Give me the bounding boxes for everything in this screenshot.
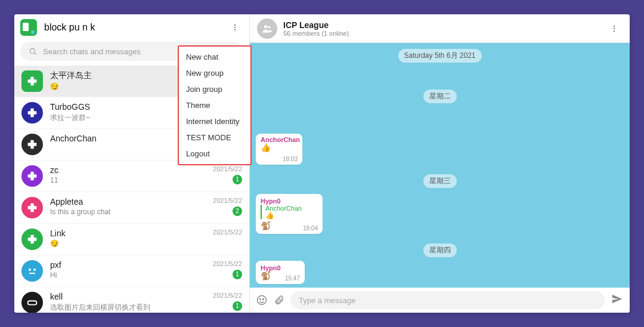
svg-point-27 <box>614 30 615 31</box>
message-body: 🐒 <box>261 271 271 280</box>
svg-point-30 <box>263 299 264 300</box>
svg-rect-14 <box>28 206 37 209</box>
chat-time: 2021/5/22 <box>213 165 242 172</box>
day-chip-2: 星期三 <box>423 174 457 188</box>
chat-avatar <box>21 292 43 313</box>
menu-item[interactable]: Join group <box>179 81 250 97</box>
chat-preview: 选取图片后来回横屏切换才看到 <box>50 303 209 313</box>
chat-list-item[interactable]: AppleteaIs this a group chat2021/5/222 <box>14 192 249 224</box>
chat-avatar <box>21 165 43 187</box>
svg-point-17 <box>29 269 31 271</box>
svg-point-18 <box>33 269 36 271</box>
chat-avatar <box>21 260 43 282</box>
svg-line-4 <box>35 53 36 55</box>
unread-badge: 1 <box>233 175 242 184</box>
message-bubble[interactable]: AnchorChan 👍 18:03 <box>256 134 302 165</box>
chat-body: AppleteaIs this a group chat <box>50 197 209 216</box>
chat-avatar <box>21 134 43 155</box>
app-logo[interactable] <box>20 19 37 36</box>
more-vertical-icon <box>231 23 239 32</box>
menu-item[interactable]: New group <box>179 65 250 81</box>
unread-badge: 1 <box>233 270 242 279</box>
chat-list-item[interactable]: Link😏2021/5/22 <box>14 224 249 255</box>
chat-list-item[interactable]: kell选取图片后来回横屏切换才看到2021/5/221 <box>14 287 249 313</box>
message-quote: AnchorChan 👍 <box>261 205 318 219</box>
paperclip-icon <box>274 295 284 306</box>
message-body: 🐒 <box>261 221 271 230</box>
chat-time: 2021/5/22 <box>213 197 242 204</box>
svg-point-26 <box>614 27 615 29</box>
sidebar-header: block pu n k <box>14 14 249 39</box>
svg-rect-8 <box>28 111 37 115</box>
chat-preview: 11 <box>50 176 209 184</box>
group-subtitle: 56 members (1 online) <box>283 30 606 37</box>
svg-rect-12 <box>28 174 37 178</box>
conversation-more-button[interactable] <box>606 20 623 37</box>
sidebar-more-button[interactable] <box>227 19 243 36</box>
chat-meta: 2021/5/222 <box>213 197 242 216</box>
message-bubble[interactable]: Hypn0 🐒 15:47 <box>256 261 305 284</box>
search-icon <box>29 47 37 55</box>
conversation-header: ICP League 56 members (1 online) <box>250 14 630 43</box>
svg-point-24 <box>268 26 270 28</box>
message-author: Hypn0 <box>261 198 318 205</box>
svg-point-25 <box>614 25 615 26</box>
chat-avatar <box>21 70 43 92</box>
unread-badge: 2 <box>233 206 242 216</box>
svg-rect-6 <box>28 79 37 83</box>
svg-point-23 <box>264 25 267 28</box>
chat-time: 2021/5/22 <box>213 292 242 299</box>
chat-name: pxf <box>50 260 209 270</box>
chat-meta: 2021/5/221 <box>213 165 242 184</box>
message-bubble[interactable]: Hypn0 AnchorChan 👍 🐒 18:04 <box>256 194 323 234</box>
chat-name: Appletea <box>50 197 209 206</box>
app-shell: block pu n k 太平洋岛主😏20TurboGGS求拉一波群~20Anc… <box>14 14 630 313</box>
app-menu: New chatNew groupJoin groupThemeInternet… <box>178 45 252 165</box>
chat-avatar <box>21 229 43 250</box>
send-button[interactable] <box>611 292 624 308</box>
menu-item[interactable]: Theme <box>179 97 250 113</box>
svg-rect-10 <box>28 143 37 146</box>
svg-point-1 <box>234 27 236 28</box>
svg-rect-20 <box>28 301 37 304</box>
unread-badge: 1 <box>233 301 242 311</box>
message-time: 18:03 <box>283 156 298 162</box>
chat-list-item[interactable]: pxfHi2021/5/221 <box>14 255 249 287</box>
message-input[interactable] <box>290 291 605 309</box>
smile-icon <box>256 294 268 306</box>
chat-time: 2021/5/22 <box>213 229 242 236</box>
more-vertical-icon <box>610 24 618 33</box>
emoji-picker-button[interactable] <box>256 294 268 306</box>
chat-name: zc <box>50 165 209 175</box>
chat-avatar <box>21 102 43 124</box>
menu-item[interactable]: Logout <box>179 146 250 162</box>
chat-name: kell <box>50 292 209 301</box>
message-time: 18:04 <box>303 225 318 232</box>
svg-rect-16 <box>28 237 37 241</box>
app-title: block pu n k <box>44 22 227 33</box>
chat-body: kell选取图片后来回横屏切换才看到 <box>50 292 209 313</box>
attach-button[interactable] <box>274 295 284 306</box>
message-time: 15:47 <box>285 275 300 282</box>
svg-point-29 <box>260 299 261 300</box>
message-body: 👍 <box>261 143 271 152</box>
group-info[interactable]: ICP League 56 members (1 online) <box>283 20 606 37</box>
menu-item[interactable]: New chat <box>179 49 250 65</box>
group-avatar[interactable] <box>257 18 277 39</box>
svg-point-3 <box>30 48 35 53</box>
chat-preview: Hi <box>50 271 209 279</box>
chat-meta: 2021/5/221 <box>213 292 242 311</box>
chat-body: pxfHi <box>50 260 209 279</box>
chat-preview: 😏 <box>50 239 209 248</box>
svg-point-0 <box>234 24 236 26</box>
menu-item[interactable]: Internet Identity <box>179 113 250 129</box>
quote-body: 👍 <box>265 212 318 219</box>
day-chip-1: 星期二 <box>423 90 457 103</box>
chat-body: Link😏 <box>50 229 209 248</box>
menu-item[interactable]: TEST MODE <box>179 129 250 146</box>
group-icon <box>261 23 273 35</box>
composer <box>250 288 630 313</box>
message-area: Saturday 5th 6月 2021 星期二 AnchorChan 👍 18… <box>250 43 630 288</box>
chat-time: 2021/5/22 <box>213 260 242 267</box>
svg-point-28 <box>258 296 267 305</box>
